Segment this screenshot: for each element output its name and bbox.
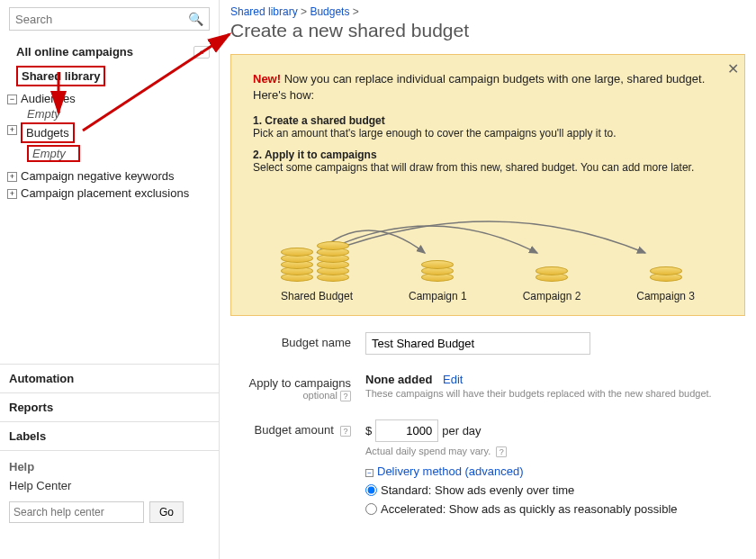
delivery-standard-radio[interactable] [365, 484, 377, 496]
tree-item-neg-keywords[interactable]: + Campaign negative keywords [0, 167, 219, 185]
search-icon: 🔍 [188, 12, 203, 26]
sidebar-section-reports[interactable]: Reports [0, 392, 219, 421]
notice-intro: Now you can replace individual campaign … [253, 72, 705, 102]
delivery-accel-label: Accelerated: Show ads as quickly as reas… [381, 502, 678, 516]
tree-label: Campaign placement exclusions [21, 186, 210, 200]
apply-none: None added [365, 373, 432, 386]
coins-c1-icon [421, 246, 454, 282]
notice-step1-title: 1. Create a shared budget [253, 114, 723, 127]
coins-c2-icon [536, 246, 568, 282]
nav-all-campaigns[interactable]: All online campaigns « [0, 38, 219, 62]
coins-label-c2: Campaign 2 [523, 290, 581, 302]
expand-icon[interactable]: − [7, 95, 17, 104]
tree-label: Campaign negative keywords [21, 169, 210, 183]
coins-c3-icon [650, 246, 682, 282]
apply-hint: These campaigns will have their budgets … [365, 388, 745, 399]
sidebar-section-automation[interactable]: Automation [0, 364, 219, 392]
help-heading: Help [9, 460, 210, 473]
page-title: Create a new shared budget [230, 20, 745, 41]
coins-illustration: Shared Budget Campaign 1 Campaign 2 Camp… [253, 219, 723, 302]
breadcrumb-shared-library[interactable]: Shared library [230, 5, 298, 18]
coins-shared-icon [281, 219, 353, 282]
expand-icon[interactable]: + [7, 125, 17, 135]
amount-label: Budget amount [255, 423, 334, 437]
currency-symbol: $ [365, 424, 372, 437]
notice-step2-body: Select some campaigns that will draw fro… [253, 161, 723, 174]
tree-item-audiences[interactable]: − Audiences [0, 90, 219, 107]
budget-amount-input[interactable] [375, 419, 438, 442]
help-go-button[interactable]: Go [149, 501, 184, 523]
audiences-empty: Empty [0, 107, 219, 121]
notice-step1-body: Pick an amount that's large enough to co… [253, 127, 723, 140]
main-content: Shared library > Budgets > Create a new … [230, 0, 756, 534]
budget-name-input[interactable] [365, 332, 590, 355]
expand-icon[interactable]: + [7, 189, 17, 199]
sidebar-section-labels[interactable]: Labels [0, 421, 219, 451]
help-icon[interactable]: ? [340, 391, 351, 401]
help-center-link[interactable]: Help Center [9, 479, 210, 492]
tree-item-placement-excl[interactable]: + Campaign placement exclusions [0, 185, 219, 202]
collapse-icon: − [365, 469, 374, 477]
coins-label-shared: Shared Budget [281, 290, 353, 302]
collapse-icon[interactable]: « [194, 46, 210, 59]
sidebar: 🔍 All online campaigns « Shared library … [0, 0, 220, 559]
help-block: Help Help Center Go [0, 451, 219, 532]
apply-label: Apply to campaigns [249, 376, 351, 390]
help-icon[interactable]: ? [340, 426, 351, 437]
coins-label-c1: Campaign 1 [409, 290, 467, 302]
budget-name-label: Budget name [230, 332, 365, 355]
close-icon[interactable]: ✕ [727, 60, 739, 77]
delivery-method-label: Delivery method (advanced) [377, 464, 524, 478]
help-search-input[interactable] [9, 501, 144, 523]
tree-item-budgets[interactable]: + Budgets [0, 121, 219, 145]
apply-optional: optional [302, 390, 338, 401]
apply-edit-link[interactable]: Edit [443, 373, 463, 386]
delivery-method-toggle[interactable]: −Delivery method (advanced) [365, 464, 745, 478]
nav-all-campaigns-label: All online campaigns [16, 45, 133, 59]
delivery-accel-radio[interactable] [365, 503, 377, 515]
notice-box: ✕ New! Now you can replace individual ca… [230, 54, 745, 316]
coins-label-c3: Campaign 3 [636, 290, 695, 302]
notice-step2-title: 2. Apply it to campaigns [253, 149, 723, 161]
budgets-empty: Empty [27, 145, 80, 162]
search-input[interactable] [15, 13, 188, 26]
breadcrumb: Shared library > Budgets > [230, 5, 745, 20]
shared-library-label: Shared library [16, 66, 105, 86]
amount-hint: Actual daily spend may vary. [365, 446, 490, 456]
help-icon[interactable]: ? [496, 446, 507, 457]
breadcrumb-budgets[interactable]: Budgets [310, 5, 349, 18]
new-badge: New! [253, 72, 281, 86]
nav-shared-library[interactable]: Shared library [0, 62, 219, 90]
budgets-label: Budgets [21, 122, 75, 143]
tree-label: Audiences [21, 92, 210, 105]
search-box[interactable]: 🔍 [9, 7, 210, 31]
delivery-standard-label: Standard: Show ads evenly over time [381, 483, 574, 497]
per-day-label: per day [442, 424, 481, 437]
expand-icon[interactable]: + [7, 172, 17, 182]
